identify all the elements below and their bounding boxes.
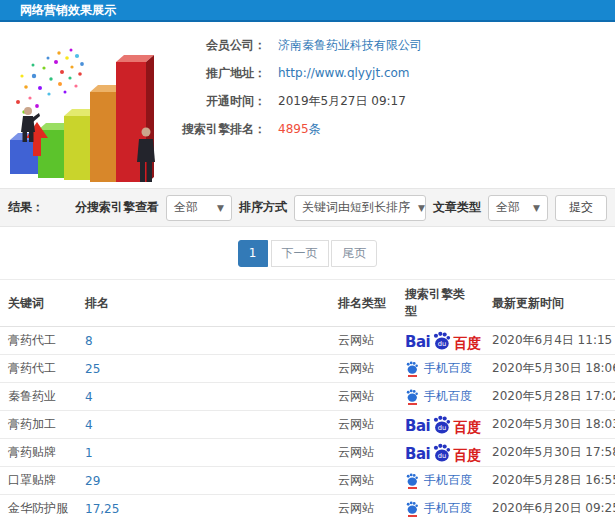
table-row: 膏药代工 25 云网站 手机百度 2020年5月30日 18:06 (0, 355, 615, 383)
keyword-cell: 膏药代工 (0, 327, 77, 355)
engine-cell: Bai du 百度 (397, 327, 484, 355)
keyword-cell: 秦鲁药业 (0, 383, 77, 411)
table-header-row: 关键词 排名 排名类型 搜索引擎类型 最新更新时间 (0, 280, 615, 327)
rank-type-cell: 云网站 (330, 383, 397, 411)
article-type-select[interactable]: 全部 ▼ (488, 195, 548, 221)
rank-type-cell: 云网站 (330, 495, 397, 520)
summary-section: 会员公司： 济南秦鲁药业科技有限公司 推广地址： http://www.qlyy… (0, 22, 615, 186)
baidu-logo-bai: Bai (405, 447, 430, 462)
svg-text:du: du (438, 424, 447, 432)
rank-cell: 25 (77, 355, 330, 383)
engine-filter-value: 全部 (174, 199, 198, 216)
filter-controls: 分搜索引擎查看 全部 ▼ 排序方式 关键词由短到长排序 ▼ 文章类型 全部 ▼ … (75, 195, 607, 221)
baidu-paw-icon: du (431, 415, 452, 434)
header-keyword: 关键词 (0, 280, 77, 327)
mobile-baidu-underline (408, 375, 417, 377)
header-engine-type: 搜索引擎类型 (397, 280, 484, 327)
svg-text:du: du (438, 340, 447, 348)
mobile-baidu-label: 手机百度 (424, 388, 472, 405)
mobile-baidu-underline (408, 487, 417, 489)
engine-cell: Bai du 百度 (397, 439, 484, 467)
rank-cell: 4 (77, 411, 330, 439)
mobile-baidu-paw-icon (405, 389, 419, 402)
updated-cell: 2020年6月20日 09:25 (484, 495, 615, 520)
rank-type-cell: 云网站 (330, 327, 397, 355)
company-link[interactable]: 济南秦鲁药业科技有限公司 (278, 36, 422, 55)
baidu-paw-icon: du (431, 443, 452, 462)
rank-type-cell: 云网站 (330, 411, 397, 439)
rank-cell: 8 (77, 327, 330, 355)
ranking-count-label: 搜索引擎排名： (176, 120, 266, 139)
rank-link[interactable]: 29 (85, 474, 100, 488)
baidu-paw-icon: du (431, 331, 452, 350)
open-time-value: 2019年5月27日 09:17 (278, 92, 406, 111)
open-time-label: 开通时间： (176, 92, 266, 111)
mobile-baidu-logo: 手机百度 (405, 472, 472, 489)
info-row-url: 推广地址： http://www.qlyyjt.com (176, 64, 607, 83)
last-page-button[interactable]: 尾页 (331, 240, 377, 267)
window-title-bar: 网络营销效果展示 (0, 0, 615, 22)
info-row-open-time: 开通时间： 2019年5月27日 09:17 (176, 92, 607, 111)
chevron-down-icon: ▼ (418, 203, 425, 213)
submit-button[interactable]: 提交 (555, 195, 607, 221)
rank-link[interactable]: 4 (85, 418, 93, 432)
updated-cell: 2020年5月30日 17:58 (484, 439, 615, 467)
chevron-down-icon: ▼ (217, 203, 224, 213)
engine-cell: 手机百度 (397, 355, 484, 383)
promo-url-label: 推广地址： (176, 64, 266, 83)
mobile-baidu-logo: 手机百度 (405, 360, 472, 377)
baidu-logo-bai: Bai (405, 419, 430, 434)
engine-filter-select[interactable]: 全部 ▼ (166, 195, 232, 221)
rank-link[interactable]: 25 (85, 362, 100, 376)
updated-cell: 2020年5月30日 18:03 (484, 411, 615, 439)
header-rank-type: 排名类型 (330, 280, 397, 327)
rank-cell: 29 (77, 467, 330, 495)
header-rank: 排名 (77, 280, 330, 327)
member-info: 会员公司： 济南秦鲁药业科技有限公司 推广地址： http://www.qlyy… (176, 32, 607, 186)
keyword-cell: 膏药代工 (0, 355, 77, 383)
sort-filter-select[interactable]: 关键词由短到长排序 ▼ (294, 195, 426, 221)
results-filter-bar: 结果： 分搜索引擎查看 全部 ▼ 排序方式 关键词由短到长排序 ▼ 文章类型 全… (0, 188, 615, 227)
rank-link[interactable]: 8 (85, 334, 93, 348)
rank-type-cell: 云网站 (330, 355, 397, 383)
header-updated: 最新更新时间 (484, 280, 615, 327)
page-button-1[interactable]: 1 (238, 240, 268, 267)
baidu-logo-cn: 百度 (453, 336, 481, 350)
mobile-baidu-label: 手机百度 (424, 360, 472, 377)
engine-cell: 手机百度 (397, 495, 484, 520)
mobile-baidu-paw-icon (405, 473, 419, 486)
keyword-cell: 金华防护服 (0, 495, 77, 520)
baidu-logo: Bai du 百度 (405, 331, 481, 350)
mobile-baidu-logo: 手机百度 (405, 388, 472, 405)
mobile-baidu-underline (408, 403, 417, 405)
keyword-ranking-table: 关键词 排名 排名类型 搜索引擎类型 最新更新时间 膏药代工 8 云网站 Bai… (0, 279, 615, 520)
baidu-logo-bai: Bai (405, 335, 430, 350)
confetti-dots (16, 49, 84, 114)
baidu-logo-cn: 百度 (453, 420, 481, 434)
rank-type-cell: 云网站 (330, 439, 397, 467)
company-label: 会员公司： (176, 36, 266, 55)
mobile-baidu-underline (408, 515, 417, 517)
engine-cell: 手机百度 (397, 383, 484, 411)
article-type-value: 全部 (496, 199, 520, 216)
mobile-baidu-logo: 手机百度 (405, 500, 472, 517)
mobile-baidu-paw-icon (405, 361, 419, 374)
keyword-cell: 膏药贴牌 (0, 439, 77, 467)
promo-url-link[interactable]: http://www.qlyyjt.com (278, 64, 410, 83)
ranking-count-value: 4895条 (278, 120, 321, 139)
growth-chart-illustration (4, 32, 176, 182)
engine-cell: Bai du 百度 (397, 411, 484, 439)
rank-link[interactable]: 4 (85, 390, 93, 404)
mobile-baidu-label: 手机百度 (424, 472, 472, 489)
table-row: 膏药代工 8 云网站 Bai du 百度 2020年6月4日 11:15 (0, 327, 615, 355)
results-label: 结果： (8, 199, 44, 216)
svg-text:du: du (438, 452, 447, 460)
rank-link[interactable]: 17,25 (85, 502, 119, 516)
rank-link[interactable]: 1 (85, 446, 93, 460)
next-page-button[interactable]: 下一页 (271, 240, 329, 267)
engine-filter-label: 分搜索引擎查看 (75, 199, 159, 216)
mobile-baidu-label: 手机百度 (424, 500, 472, 517)
rank-cell: 17,25 (77, 495, 330, 520)
table-row: 口罩贴牌 29 云网站 手机百度 2020年5月28日 16:55 (0, 467, 615, 495)
info-row-ranking-count: 搜索引擎排名： 4895条 (176, 120, 607, 139)
